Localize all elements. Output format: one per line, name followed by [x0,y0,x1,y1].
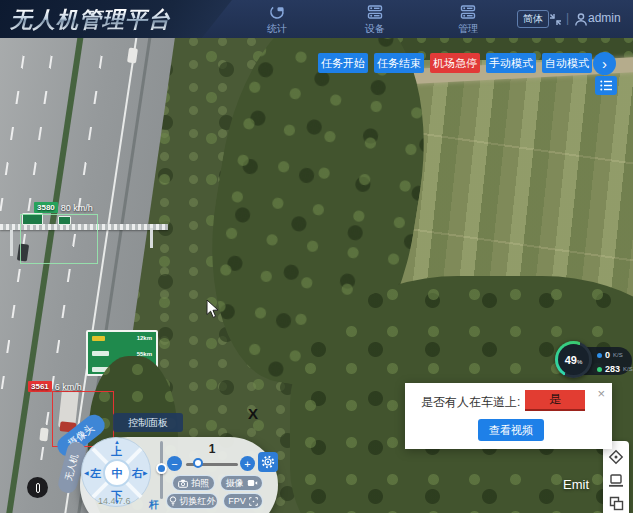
lane-line [0,36,58,513]
sign-distance: 12km [137,335,152,341]
control-panel-title[interactable]: 控制面板 [113,413,183,432]
video-camera-icon [247,479,258,487]
dpad-right-button[interactable]: 右 [132,466,143,481]
task-end-button[interactable]: 任务结束 [374,53,424,73]
sign-destination [92,351,109,356]
button-label: 切换红外 [180,495,216,508]
vehicle-id-chip: 3561 [28,381,52,392]
zoom-minus-button[interactable]: − [167,456,182,471]
button-label: FPV [228,496,246,506]
language-toggle-button[interactable]: 简体 [517,10,549,28]
app-logo: 无人机管理平台 [10,5,171,35]
stick-slider-knob[interactable] [156,463,167,474]
record-video-button[interactable]: 摄像 [220,475,263,491]
laptop-icon[interactable] [608,473,624,488]
dpad-center-button[interactable]: 中 [103,459,131,487]
expand-panel-button[interactable]: › [593,52,616,75]
zoom-slider-knob[interactable] [193,458,203,468]
pie-chart-icon [269,4,285,20]
percent-sign: % [577,359,582,365]
vehicle-speed: 80 km/h [61,203,93,213]
close-icon[interactable]: × [597,386,605,401]
detection-label: 3561 6 km/h [28,381,82,392]
divider: | [566,11,569,25]
nav-item-devices[interactable]: 设备 [347,4,403,36]
drone-management-platform: 12km 55km 142km 3580 80 km/h 3561 6 km/h… [0,0,633,513]
nav-label: 统计 [267,22,287,36]
nav-item-statistics[interactable]: 统计 [249,4,305,36]
vehicle-speed: 6 km/h [55,382,82,392]
anchor-icon [36,483,40,493]
lane-alert-dialog: 是否有人在车道上: 是 × 查看视频 [405,383,612,449]
take-photo-button[interactable]: 拍照 [172,475,215,491]
vehicle-car [39,428,48,442]
battery-ring: 49 % [555,341,592,378]
task-start-button[interactable]: 任务开始 [318,53,368,73]
nav-item-management[interactable]: 管理 [440,4,496,36]
vehicle-car [127,47,138,63]
view-video-button[interactable]: 查看视频 [478,419,544,441]
uplink-value: 0 [605,350,610,360]
battery-percent: 49 [565,354,577,366]
confirm-yes-button[interactable]: 是 [525,390,585,409]
button-label: 摄像 [226,477,244,490]
gimbal-settings-button[interactable] [258,452,278,472]
downlink-value: 283 [605,364,620,374]
server-rack-icon [460,4,476,20]
gantry-leg [10,230,13,256]
bulb-icon [169,496,177,506]
vehicle-id-chip: 3580 [34,202,58,213]
list-icon [600,80,613,91]
detection-label: 3580 80 km/h [34,202,93,213]
fpv-frame-icon [249,497,258,506]
downlink-row: 283 K/S [597,364,633,374]
manual-mode-button[interactable]: 手动模式 [486,53,536,73]
dpad-up-button[interactable]: 上 [111,444,122,459]
zoom-plus-button[interactable]: + [240,456,255,471]
detection-box-green [20,214,98,264]
dpad-left-button[interactable]: 左 [90,466,101,481]
locate-icon[interactable] [608,449,624,465]
toggle-infrared-button[interactable]: 切换红外 [166,493,218,509]
sign-route-chip [92,336,105,341]
emit-label: Emit [563,477,589,492]
uplink-row: 0 K/S [597,350,623,360]
camera-icon [178,479,188,488]
top-bar: 无人机管理平台 统计 设备 [0,0,633,38]
emergency-stop-button[interactable]: 机场急停 [430,53,480,73]
map-tools-toolbar [603,441,629,513]
dialog-question: 是否有人在车道上: [421,394,520,411]
downlink-unit: K/S [623,366,633,372]
uplink-unit: K/S [613,352,623,358]
fpv-button[interactable]: FPV [223,493,263,509]
gantry-leg [150,228,153,248]
gear-icon [261,455,275,469]
user-icon [574,12,588,27]
nav-label: 管理 [458,22,478,36]
task-list-button[interactable] [595,76,617,95]
target-x-marker: X [248,405,258,422]
auto-mode-button[interactable]: 自动模式 [542,53,592,73]
username[interactable]: admin [588,11,621,25]
zoom-value: 1 [202,442,222,456]
copy-layers-icon[interactable] [609,496,624,511]
downlink-dot [597,367,602,372]
button-label: 拍照 [191,477,209,490]
collapse-anchor-button[interactable] [27,477,48,498]
uplink-dot [597,353,602,358]
server-rack-icon [367,4,383,20]
stick-amount-label: 杆量 [149,498,159,513]
fullscreen-icon[interactable] [549,13,562,26]
lane-line [0,36,30,513]
nav-label: 设备 [365,22,385,36]
video-watermark: 14.4.7.6 [98,496,131,506]
